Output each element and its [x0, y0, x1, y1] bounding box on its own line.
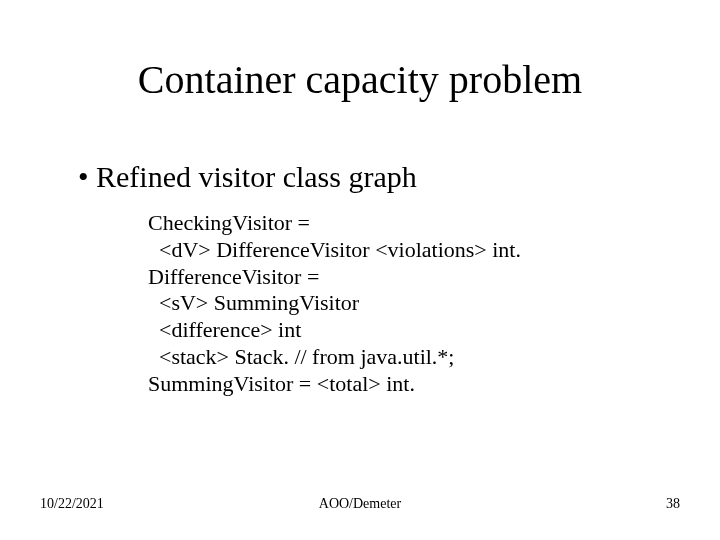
- code-line: <stack> Stack. // from java.util.*;: [148, 344, 454, 369]
- footer-center: AOO/Demeter: [0, 496, 720, 512]
- code-block: CheckingVisitor = <dV> DifferenceVisitor…: [148, 210, 521, 398]
- code-line: <sV> SummingVisitor: [148, 290, 359, 315]
- code-line: SummingVisitor = <total> int.: [148, 371, 415, 396]
- bullet-text: Refined visitor class graph: [96, 160, 417, 193]
- slide: Container capacity problem •Refined visi…: [0, 0, 720, 540]
- code-line: DifferenceVisitor =: [148, 264, 319, 289]
- code-line: CheckingVisitor =: [148, 210, 310, 235]
- bullet-item: •Refined visitor class graph: [78, 160, 417, 194]
- code-line: <difference> int: [148, 317, 301, 342]
- footer-page-number: 38: [666, 496, 680, 512]
- code-line: <dV> DifferenceVisitor <violations> int.: [148, 237, 521, 262]
- slide-title: Container capacity problem: [0, 56, 720, 103]
- bullet-marker: •: [78, 160, 96, 194]
